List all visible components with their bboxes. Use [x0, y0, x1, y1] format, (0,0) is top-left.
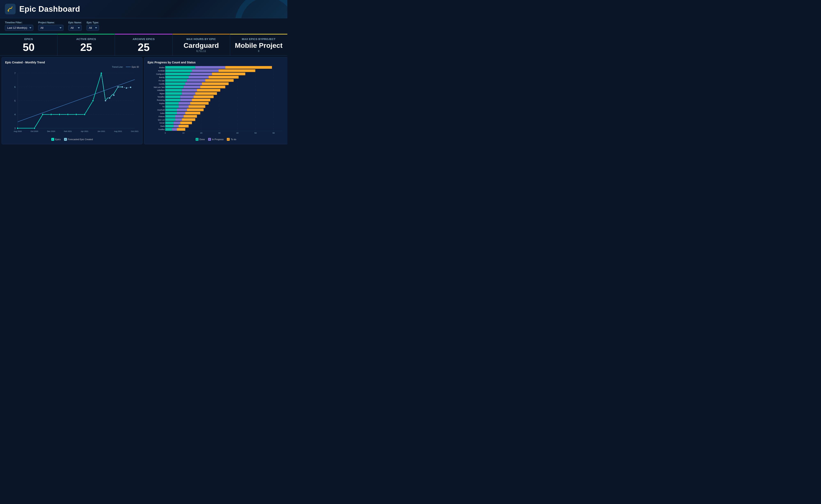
bar-label: Konklab	[158, 70, 165, 72]
svg-text:60: 60	[273, 132, 275, 134]
bar-chart-legend: ✓ Done ✓ In Progress ✓ To do	[148, 138, 284, 141]
bar-todo	[195, 92, 217, 95]
bar-done	[165, 118, 175, 121]
svg-point-35	[117, 86, 119, 88]
bar-done	[165, 66, 195, 69]
svg-text:Jun 2021: Jun 2021	[97, 130, 105, 132]
trend-label: Trend Line:	[112, 66, 123, 68]
kpi-label: Archive Epics	[133, 38, 155, 41]
legend-epics-color: ✓	[51, 138, 54, 141]
bar-done	[165, 95, 180, 98]
timeline-label: Timeline Filter:	[5, 21, 33, 24]
bar-inprogress	[174, 125, 179, 127]
bar-label: Tampflex	[157, 96, 165, 98]
project-label: Project Name:	[38, 21, 63, 24]
type-select[interactable]: All	[87, 25, 99, 31]
trend-epic-id: Epic ID	[126, 66, 139, 68]
svg-point-33	[109, 97, 110, 99]
bar-inprogress	[190, 73, 212, 75]
legend-inprogress: ✓ In Progress	[208, 138, 224, 141]
bar-label: Subin	[160, 112, 165, 114]
bar-todo	[180, 121, 192, 124]
bar-inprogress	[175, 118, 182, 121]
line-chart-legend: ✓ Epics ✓ Forecasted Epic Created	[5, 138, 139, 141]
bar-inprogress	[195, 66, 225, 69]
type-label: Epic Type:	[87, 21, 99, 24]
trend-line-sample	[126, 67, 131, 67]
svg-point-25	[50, 114, 52, 115]
kpi-row: Epics50Active Epics25Archive Epics25Max …	[0, 34, 287, 56]
bar-label: Quo Lux	[158, 119, 165, 121]
bar-done	[165, 102, 179, 105]
bar-todo	[219, 69, 255, 72]
legend-epics: ✓ Epics	[51, 138, 61, 141]
svg-text:Aug 2020: Aug 2020	[14, 130, 22, 132]
bar-label: Bigtax	[160, 93, 165, 95]
legend-todo: ✓ To do	[227, 138, 236, 141]
bar-done	[165, 79, 187, 82]
bar-done	[165, 89, 182, 92]
bar-inprogress	[179, 102, 190, 105]
kpi-card-active-epics: Active Epics25	[57, 34, 115, 55]
svg-text:10: 10	[182, 132, 185, 134]
bar-done	[165, 128, 172, 131]
epic-select[interactable]: All	[68, 25, 82, 31]
bar-todo	[225, 66, 272, 69]
kpi-value: 25	[80, 42, 92, 53]
svg-text:Aug 2021: Aug 2021	[114, 130, 122, 132]
line-chart-container: 3 4 5 6 7 Aug 2020 Oct 2020 Dec 2020 Feb…	[5, 69, 139, 137]
bar-label: Biodex	[159, 66, 165, 69]
kpi-label: Active Epics	[76, 38, 96, 41]
bar-label: Cardify	[159, 83, 165, 85]
epic-label: Epic Name:	[68, 21, 82, 24]
kpi-card-max-hours-by-epic: Max Hours by EpicCardguard6,711.11	[173, 34, 230, 55]
kpi-sub: 6,711.11	[196, 50, 206, 53]
svg-text:3: 3	[14, 127, 16, 129]
epic-filter-group: Epic Name: All	[68, 21, 82, 31]
bar-label: Voltsillam	[157, 89, 165, 92]
project-select[interactable]: All Mobile Project Cardguard	[38, 25, 63, 31]
bar-todo	[185, 112, 200, 114]
legend-todo-color: ✓	[227, 138, 230, 141]
bar-label: Keylex	[159, 102, 165, 104]
bar-inprogress	[177, 112, 185, 114]
bar-done	[165, 69, 192, 72]
bar-label: Sonair	[159, 122, 165, 124]
bar-todo	[197, 89, 220, 92]
bar-inprogress	[179, 105, 189, 108]
svg-text:4: 4	[14, 113, 16, 116]
line-chart-title: Epic Created - Monthly Trend	[5, 61, 139, 64]
bar-done	[165, 115, 175, 118]
svg-text:Oct 2020: Oct 2020	[31, 130, 38, 132]
kpi-value: 50	[23, 42, 35, 53]
kpi-label: Epics	[24, 38, 33, 41]
svg-point-23	[34, 127, 35, 129]
bar-inprogress	[180, 99, 192, 101]
kpi-card-max-epics-byproject: Max Epics byProjectMobile Project8	[230, 34, 287, 55]
bar-inprogress	[189, 76, 209, 79]
bar-done	[165, 109, 177, 111]
bar-done	[165, 92, 182, 95]
svg-text:7: 7	[14, 72, 16, 74]
bar-todo	[212, 73, 245, 75]
svg-point-28	[75, 114, 77, 115]
bar-chart-svg: 0 10 20 30 40 50 60 BiodexKonklabCardgua…	[148, 66, 284, 137]
timeline-select[interactable]: Last 12 Month(s) Last 6 Month(s) Last 3 …	[5, 25, 33, 31]
bar-todo	[202, 82, 229, 85]
svg-text:Dec 2020: Dec 2020	[47, 130, 55, 132]
bar-label: Fix San	[158, 80, 165, 82]
bar-label: Treeflex	[158, 128, 165, 131]
bar-todo	[187, 109, 204, 111]
bar-todo	[209, 76, 239, 79]
kpi-label: Max Hours by Epic	[187, 38, 216, 41]
svg-point-36	[121, 86, 123, 88]
bar-label: Overhold	[157, 109, 165, 111]
svg-text:Apr 2021: Apr 2021	[81, 130, 88, 132]
bar-todo	[192, 99, 210, 101]
bar-todo	[177, 128, 185, 131]
bar-inprogress	[187, 79, 205, 82]
bar-done	[165, 82, 185, 85]
svg-point-27	[67, 114, 69, 115]
svg-text:Feb 2021: Feb 2021	[64, 130, 72, 132]
svg-point-30	[92, 100, 94, 102]
